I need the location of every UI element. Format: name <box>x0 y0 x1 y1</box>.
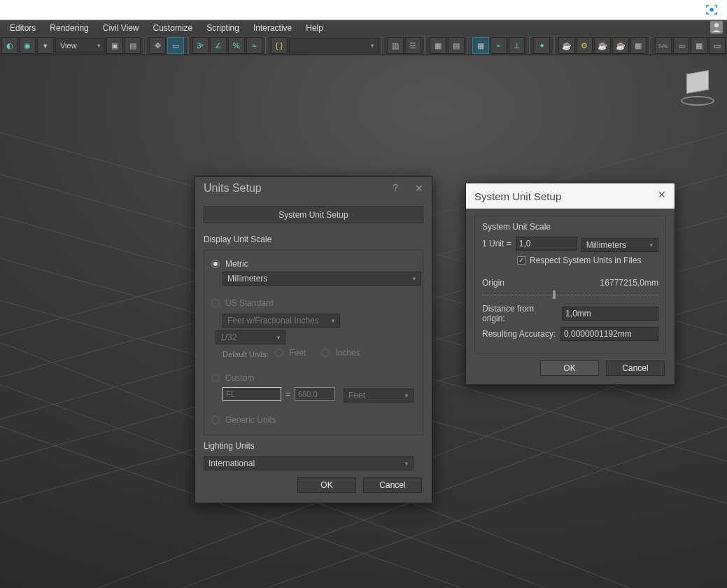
lighting-units-label: Lighting Units <box>204 441 423 451</box>
us-standard-radio[interactable] <box>211 299 220 307</box>
toolbar-icon[interactable]: ⌁ <box>490 37 507 54</box>
respect-label: Respect System Units in Files <box>530 255 641 265</box>
cancel-button[interactable]: Cancel <box>363 477 422 493</box>
user-account-icon[interactable] <box>710 21 723 34</box>
metric-unit-select[interactable]: Millimeters▼ <box>223 272 421 286</box>
move-icon[interactable]: ✥ <box>149 37 166 54</box>
menu-item[interactable]: Interactive <box>246 22 299 34</box>
us-fraction-select[interactable]: 1/32▼ <box>216 330 285 344</box>
equals-label: = <box>285 389 290 399</box>
origin-label: Origin <box>482 278 504 288</box>
custom-radio[interactable] <box>211 374 220 382</box>
dialog-title: System Unit Setup <box>474 190 561 202</box>
one-unit-input[interactable]: 1,0 <box>516 237 577 251</box>
metric-radio[interactable] <box>211 260 220 268</box>
viewcube[interactable] <box>681 69 714 103</box>
display-unit-scale-group: Metric Millimeters▼ US Standard Feet w/F… <box>204 250 423 435</box>
inches-label: Inches <box>335 348 360 358</box>
menu-item[interactable]: Scripting <box>199 22 246 34</box>
one-unit-select[interactable]: Millimeters▼ <box>581 238 658 252</box>
ok-button[interactable]: OK <box>540 360 599 376</box>
teapot-icon[interactable]: ☕ <box>612 37 629 54</box>
dialog-title: Units Setup <box>204 182 262 195</box>
distance-from-origin-input[interactable]: 1,0mm <box>562 307 658 321</box>
capture-icon[interactable] <box>705 3 719 17</box>
custom-unit-select[interactable]: Feet▼ <box>344 388 414 402</box>
respect-checkbox[interactable] <box>517 256 525 265</box>
render-icon[interactable]: ☕ <box>558 37 575 54</box>
svg-point-0 <box>710 8 713 11</box>
system-unit-setup-dialog: System Unit Setup ✕ System Unit Scale 1 … <box>465 183 675 385</box>
custom-right-input[interactable]: 660,0 <box>295 387 335 401</box>
snap-angle-icon[interactable]: ∠ <box>210 37 227 54</box>
units-setup-dialog: Units Setup ? ✕ System Unit Setup Displa… <box>195 176 432 503</box>
close-icon[interactable]: ✕ <box>414 183 425 194</box>
one-unit-label: 1 Unit = <box>482 239 511 248</box>
menu-item[interactable]: Help <box>299 22 330 34</box>
toolbar-icon[interactable]: ⊥ <box>509 37 525 54</box>
svg-point-1 <box>714 23 719 27</box>
snap-percent-icon[interactable]: % <box>228 37 245 54</box>
generic-units-label: Generic Units <box>225 415 276 425</box>
toolbar-icon[interactable]: ◉ <box>20 37 36 54</box>
origin-value: 16777215,0mm <box>600 278 658 288</box>
custom-left-input[interactable]: FL <box>223 387 281 401</box>
cancel-button[interactable]: Cancel <box>606 360 665 376</box>
toolbar-icon[interactable]: ▭ <box>709 37 726 54</box>
main-menu-bar: Editors Rendering Civil View Customize S… <box>0 20 727 36</box>
menu-item[interactable]: Rendering <box>43 22 95 34</box>
toolbar-icon[interactable]: ▥ <box>387 37 404 54</box>
resulting-accuracy-label: Resulting Accuracy: <box>482 329 556 339</box>
menu-item[interactable]: Civil View <box>96 22 146 34</box>
toolbar-icon[interactable]: ✦ <box>533 37 550 54</box>
teapot-icon[interactable]: ☕ <box>594 37 611 54</box>
feet-label: Feet <box>289 348 306 358</box>
toolbar-icon[interactable]: ▦ <box>691 37 707 54</box>
toolbar-icon[interactable]: ≈ <box>246 37 263 54</box>
close-icon[interactable]: ✕ <box>656 189 668 200</box>
metric-label: Metric <box>225 259 248 269</box>
toolbar-icon[interactable]: ◐ <box>1 37 18 54</box>
inches-radio[interactable] <box>321 349 330 357</box>
render-setup-icon[interactable]: ⚙ <box>577 37 593 54</box>
toolbar-icon[interactable]: ▤ <box>448 37 465 54</box>
menu-item[interactable]: Editors <box>3 22 43 34</box>
display-unit-scale-label: Display Unit Scale <box>204 234 423 244</box>
toolbar-icon[interactable]: ▾ <box>37 37 54 54</box>
toolbar-icon[interactable]: ▤ <box>125 37 141 54</box>
lighting-units-select[interactable]: International▼ <box>204 456 414 470</box>
help-icon[interactable]: ? <box>393 182 398 193</box>
system-unit-scale-label: System Unit Scale <box>482 222 658 232</box>
toolbar-icon[interactable]: ▦ <box>430 37 446 54</box>
toolbar-icon[interactable]: 3▾ <box>192 37 209 54</box>
menu-item[interactable]: Customize <box>146 22 200 34</box>
toolbar-icon[interactable]: ▣ <box>106 37 123 54</box>
us-format-select[interactable]: Feet w/Fractional Inches▼ <box>223 314 340 328</box>
brackets-icon[interactable]: { } <box>271 37 288 54</box>
feet-radio[interactable] <box>275 349 283 357</box>
toolbar-icon[interactable]: ▦ <box>472 37 489 54</box>
origin-slider[interactable] <box>482 291 658 298</box>
custom-label: Custom <box>225 373 254 383</box>
generic-units-radio[interactable] <box>211 416 220 424</box>
named-selection[interactable]: ▼ <box>289 38 379 53</box>
distance-from-origin-label: Distance from origin: <box>482 304 558 323</box>
ok-button[interactable]: OK <box>297 477 356 493</box>
system-unit-setup-button[interactable]: System Unit Setup <box>204 206 423 223</box>
select-icon[interactable]: ▭ <box>167 37 184 54</box>
dialog-titlebar[interactable]: Units Setup ? ✕ <box>195 177 432 200</box>
default-units-label: Default Units: <box>223 350 269 358</box>
view-selector[interactable]: View▼ <box>55 38 105 53</box>
resulting-accuracy-value: 0,0000001192mm <box>560 327 658 341</box>
app-titlebar <box>0 0 727 20</box>
sal-icon[interactable]: SAL <box>655 37 672 54</box>
dialog-titlebar[interactable]: System Unit Setup ✕ <box>466 183 675 209</box>
toolbar-icon[interactable]: ▭ <box>673 37 690 54</box>
system-unit-scale-frame: System Unit Scale 1 Unit = 1,0 Millimete… <box>474 216 666 354</box>
main-toolbar: ◐ ◉ ▾ View▼ ▣ ▤ ✥ ▭ 3▾ ∠ % ≈ { } ▼ ▥ ☰ ▦… <box>0 36 727 55</box>
us-standard-label: US Standard <box>225 298 274 308</box>
toolbar-icon[interactable]: ☰ <box>405 37 422 54</box>
toolbar-icon[interactable]: ▦ <box>630 37 647 54</box>
